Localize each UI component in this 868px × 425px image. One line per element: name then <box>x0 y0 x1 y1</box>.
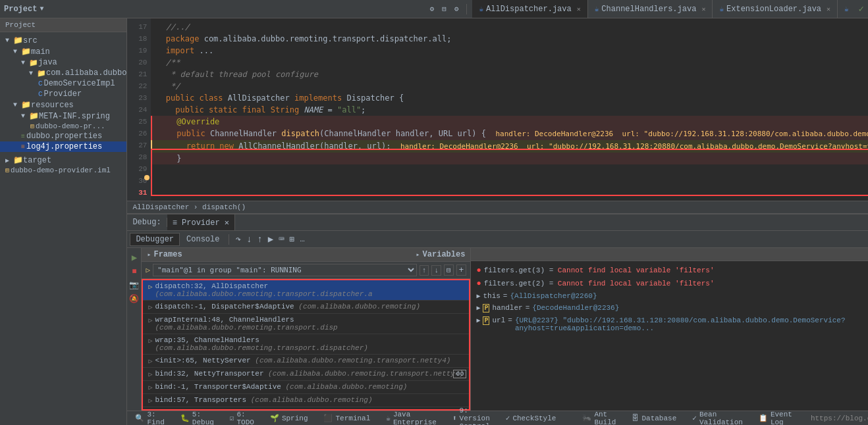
tab-close-3[interactable]: ✕ <box>827 5 830 13</box>
evaluate-icon[interactable]: ⌨ <box>277 233 286 245</box>
thread-down-btn[interactable]: ↓ <box>431 265 441 276</box>
sidebar-header: Project <box>0 18 126 32</box>
frame-item-2[interactable]: ▷ wrapInternal:48, ChannelHandlers (com.… <box>143 314 469 334</box>
tree-item-resources[interactable]: ▼ 📁 resources <box>0 99 126 111</box>
tree-item-iml[interactable]: ⊞ dubbo-demo-provider.iml <box>0 166 126 175</box>
tree-item-target[interactable]: ▶ 📁 target <box>0 155 126 166</box>
var-item-handler[interactable]: ▶ P handler = {DecodeHandler@2236} <box>471 302 868 314</box>
xml-icon: ⊞ <box>30 122 34 130</box>
frame-icon-7: ▷ <box>148 397 152 405</box>
step-out-icon[interactable]: ↑ <box>255 234 264 245</box>
status-vcs[interactable]: ⬆ 9: Version Control <box>450 407 493 426</box>
frames-label: Frames <box>153 250 182 259</box>
settings-icon[interactable]: ⚙ <box>427 3 437 14</box>
var-arrow-handler: ▶ <box>476 304 480 312</box>
gear-icon[interactable]: ⚙ <box>452 3 462 14</box>
tree-item-java[interactable]: ▼ 📁 java <box>0 57 126 68</box>
frame-item-3[interactable]: ▷ wrap:35, ChannelHandlers (com.alibaba.… <box>143 334 469 355</box>
frame-text-5: bind:32, NettyTransporter (com.alibaba.d… <box>155 370 464 378</box>
p-icon-handler: P <box>483 304 489 312</box>
tree-arrow-main: ▼ <box>13 48 21 55</box>
stop-icon[interactable]: ■ <box>132 267 136 276</box>
frame-item-4[interactable]: ▷ <init>:65, NettyServer (com.alibaba.du… <box>143 355 469 368</box>
tree-label-metainf: META-INF.spring <box>39 112 110 121</box>
tab-extensionloader[interactable]: ☕ ExtensionLoader.java ✕ <box>713 0 838 18</box>
frame-item-0[interactable]: ▷ dispatch:32, AllDispatcher (com.alibab… <box>143 280 469 301</box>
tab-dispatcher[interactable]: ☕ Dispatcher.java ✕ <box>838 0 850 18</box>
project-label: Project <box>5 21 36 29</box>
layout-icon[interactable]: ⊟ <box>439 3 449 14</box>
folder-icon-main: 📁 <box>21 47 31 57</box>
resume-icon[interactable]: ▶ <box>266 233 275 245</box>
error-text-1: filters.get(2) = Cannot find local varia… <box>484 280 715 288</box>
tree-item-main[interactable]: ▼ 📁 main <box>0 46 126 57</box>
sidebar: Project ▼ 📁 src ▼ 📁 main <box>0 18 127 425</box>
frame-icon-6: ▷ <box>148 384 152 391</box>
status-spring[interactable]: 🌱 Spring <box>267 414 311 422</box>
folder-icon-java: 📁 <box>29 59 38 67</box>
tree-item-src[interactable]: ▼ 📁 src <box>0 35 126 46</box>
debug-panels: ▶ ■ 📷 🔕 ▸ Frames ▸ Variables <box>127 248 868 411</box>
debug-toolbar: Debugger Console ↷ ↓ ↑ ▶ ⌨ ⊞ … ⊡ ⚙ ✕ <box>127 231 868 248</box>
status-ant-build[interactable]: 🐜 Ant Build <box>580 411 618 426</box>
variables-expand-icon[interactable]: ▸ <box>416 251 420 259</box>
frames-header: ▸ Frames ▸ Variables <box>142 248 470 262</box>
var-item-this[interactable]: ▶ this = {AllDispatcher@2260} <box>471 290 868 302</box>
add-frame-btn[interactable]: + <box>456 264 467 276</box>
tree-item-provider[interactable]: C Provider <box>0 89 126 99</box>
console-tab-btn[interactable]: Console <box>181 234 225 245</box>
status-find[interactable]: 🔍 3: Find <box>132 411 167 426</box>
frame-icon-5: ▷ <box>148 370 152 378</box>
frame-item-5[interactable]: ▷ bind:32, NettyTransporter (com.alibaba… <box>143 368 469 381</box>
thread-up-btn[interactable]: ↑ <box>420 265 429 276</box>
var-error-0: ● filters.get(3) = Cannot find local var… <box>471 264 868 277</box>
java-icon-demo: C <box>38 80 43 88</box>
status-debug[interactable]: 🐛 5: Debug <box>178 411 217 426</box>
filter-btn[interactable]: ⊟ <box>444 264 454 276</box>
frame-item-1[interactable]: ▷ dispatch:-1, Dispatcher$Adaptive (com.… <box>143 301 469 314</box>
status-todo[interactable]: ☑ 6: TODO <box>227 411 257 426</box>
tree-item-log4j[interactable]: ≡ log4j.properties <box>0 141 126 152</box>
green-checkmark: ✓ <box>859 3 864 14</box>
tree-item-dubbodemo[interactable]: ⊞ dubbo-demo-pr... <box>0 122 126 131</box>
tree-label-dubboprop: dubbo.properties <box>26 132 102 141</box>
step-over-icon[interactable]: ↷ <box>233 233 242 245</box>
dropdown-arrow[interactable]: ▼ <box>40 5 43 12</box>
mute-icon[interactable]: 🔕 <box>129 294 139 304</box>
status-bean-validation[interactable]: ✓ Bean Validation <box>690 411 746 426</box>
tab-java-icon-4: ☕ <box>844 5 849 13</box>
debug-provider-tab[interactable]: ≡ Provider ✕ <box>167 214 235 230</box>
code-editor[interactable]: 1718192021 2223242526 272829 30 31 ● 32 … <box>127 18 868 201</box>
tree-label-com: com.alibaba.dubbo <box>46 68 126 78</box>
tree-item-com[interactable]: ▼ 📁 com.alibaba.dubbo <box>0 68 126 78</box>
status-event-log[interactable]: 📋 Event Log <box>756 411 795 426</box>
status-checkstyle[interactable]: ✓ CheckStyle <box>503 414 559 422</box>
frame-item-6[interactable]: ▷ bind:-1, Transporter$Adaptive (com.ali… <box>143 381 469 394</box>
resume-vert-icon[interactable]: ▶ <box>132 252 137 263</box>
tab-close[interactable]: ✕ <box>577 5 581 13</box>
frames-expand-icon[interactable]: ▸ <box>147 251 151 259</box>
tree-item-dubboprop[interactable]: ≡ dubbo.properties <box>0 131 126 141</box>
tab-channelhandlers[interactable]: ☕ ChannelHandlers.java ✕ <box>588 0 713 18</box>
tree-item-metainf[interactable]: ▼ 📁 META-INF.spring <box>0 111 126 122</box>
thread-select[interactable]: "main"@1 in group "main": RUNNING <box>153 264 417 276</box>
status-bar: 🔍 3: Find 🐛 5: Debug ☑ 6: TODO 🌱 Spring … <box>127 411 868 425</box>
tree-label-demoservice: DemoServiceImpl <box>44 79 115 88</box>
debug-tab-label: Debug: <box>127 218 167 227</box>
top-toolbar: Project ▼ ⚙ ⊟ ⚙ ☕ AllDispatcher.java ✕ ☕… <box>0 0 868 18</box>
step-into-icon[interactable]: ↓ <box>244 234 254 245</box>
tree-item-demoservice[interactable]: C DemoServiceImpl <box>0 78 126 89</box>
camera-icon[interactable]: 📷 <box>129 280 139 290</box>
frame-icon-4: ▷ <box>148 357 152 365</box>
debugger-tab-btn[interactable]: Debugger <box>130 233 180 246</box>
status-terminal[interactable]: ⬛ Terminal <box>321 414 373 422</box>
frames-icon[interactable]: ⊞ <box>288 234 297 245</box>
tab-close-2[interactable]: ✕ <box>701 5 705 13</box>
tab-java-icon-2: ☕ <box>595 5 599 13</box>
frame-item-7[interactable]: ▷ bind:57, Transporters (com.alibaba.dub… <box>143 394 469 407</box>
var-name-handler: handler <box>492 304 522 312</box>
var-item-url[interactable]: ▶ P url = {URL@2237} "dubbo://192.168.31… <box>471 314 868 334</box>
status-database[interactable]: 🗄 Database <box>629 414 679 422</box>
status-java-enterprise[interactable]: ☕ Java Enterprise <box>383 411 439 426</box>
tab-alldispatcher[interactable]: ☕ AllDispatcher.java ✕ <box>472 0 587 18</box>
